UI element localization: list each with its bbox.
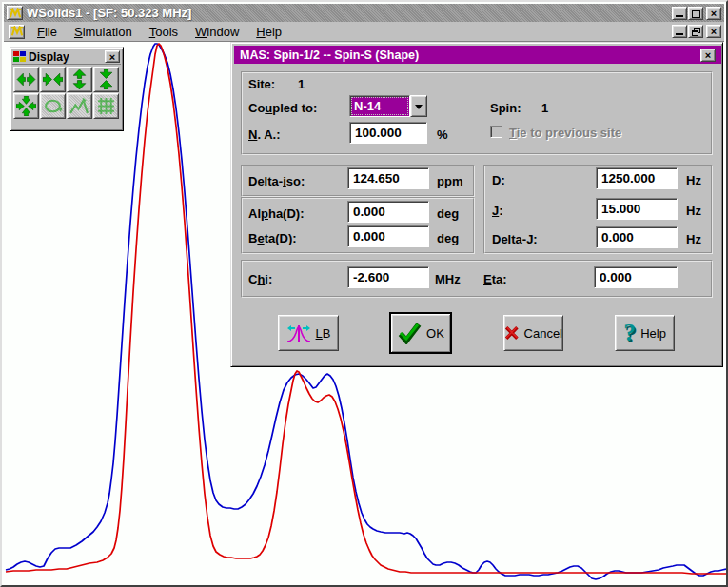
maximize-button[interactable] xyxy=(688,7,703,20)
delta-j-unit: Hz xyxy=(686,232,701,246)
checkmark-icon xyxy=(397,322,422,344)
mas-spin-dialog: MAS: Spin-1/2 -- Spin-S (Shape) × Site: … xyxy=(230,42,723,367)
close-icon: × xyxy=(109,51,115,63)
peak-tool-button[interactable] xyxy=(67,93,92,119)
dialog-titlebar[interactable]: MAS: Spin-1/2 -- Spin-S (Shape) × xyxy=(234,46,721,64)
maximize-icon xyxy=(692,10,700,18)
lb-lineshape-icon xyxy=(286,322,311,344)
ok-button[interactable]: OK xyxy=(389,312,452,354)
display-palette-title: Display xyxy=(29,50,105,64)
app-icon[interactable] xyxy=(7,6,23,20)
menu-tools[interactable]: Tools xyxy=(141,23,187,41)
spin-value: 1 xyxy=(541,101,548,115)
mdi-minimize-button[interactable] xyxy=(672,25,687,38)
wsolids-molecule-icon xyxy=(10,26,24,37)
peak-tool-icon xyxy=(69,96,89,116)
display-palette: Display × xyxy=(10,47,124,131)
display-palette-titlebar[interactable]: Display × xyxy=(12,49,121,65)
minimize-icon xyxy=(676,33,683,35)
lb-button[interactable]: LB xyxy=(278,315,339,351)
dialog-title: MAS: Spin-1/2 -- Spin-S (Shape) xyxy=(240,49,700,62)
loop-tool-button[interactable] xyxy=(40,93,66,119)
display-palette-buttons xyxy=(13,67,120,119)
cancel-button[interactable]: Cancel xyxy=(503,315,563,351)
chi-label: Chi: xyxy=(248,272,272,286)
wsolids-molecule-icon xyxy=(9,8,22,19)
display-palette-icon xyxy=(13,51,26,63)
chevron-down-icon xyxy=(415,105,423,113)
chi-input[interactable]: -2.600 xyxy=(347,266,429,288)
d-label: D: xyxy=(492,173,505,187)
red-x-icon xyxy=(504,323,520,343)
mdi-restore-button[interactable] xyxy=(688,25,703,38)
eta-label: Eta: xyxy=(483,272,507,286)
j-input[interactable]: 15.000 xyxy=(596,198,678,220)
expand-horizontal-button[interactable] xyxy=(13,67,39,92)
alpha-input[interactable]: 0.000 xyxy=(347,201,429,223)
alpha-label: Alpha(D): xyxy=(248,206,305,221)
expand-horizontal-icon xyxy=(16,69,36,89)
site-label: Site: xyxy=(248,77,275,91)
display-palette-close-button[interactable]: × xyxy=(105,50,120,63)
ok-button-label: OK xyxy=(426,326,444,341)
menu-bar: File Simulation Tools Window Help × xyxy=(4,22,724,42)
cancel-button-label: Cancel xyxy=(524,326,562,341)
delta-iso-label: Delta-iso: xyxy=(248,174,305,188)
delta-j-label: Delta-J: xyxy=(492,232,538,246)
menu-window[interactable]: Window xyxy=(187,23,247,41)
contract-vertical-icon xyxy=(96,69,116,89)
question-mark-icon: ? xyxy=(623,319,636,347)
menu-help[interactable]: Help xyxy=(247,23,290,41)
contract-horizontal-button[interactable] xyxy=(40,67,66,92)
combobox-dropdown-button[interactable] xyxy=(410,95,427,117)
grid-tool-button[interactable] xyxy=(93,93,119,119)
d-input[interactable]: 1250.000 xyxy=(596,167,678,189)
beta-unit: deg xyxy=(437,231,459,245)
minimize-button[interactable] xyxy=(672,7,687,20)
j-label: J: xyxy=(492,204,503,218)
spin-label: Spin: xyxy=(490,101,521,115)
coupled-to-combobox[interactable]: N-14 xyxy=(349,95,427,117)
contract-vertical-button[interactable] xyxy=(93,67,119,92)
wsolids-app-window: WSolids1 - [SF: 50.323 MHz] × File Simul… xyxy=(0,0,728,587)
tie-previous-site-label: Tie to previous site xyxy=(509,126,621,140)
delta-j-input[interactable]: 0.000 xyxy=(596,226,678,248)
close-icon: × xyxy=(705,49,711,61)
fit-to-window-icon xyxy=(16,96,36,116)
contract-horizontal-icon xyxy=(43,69,63,89)
beta-input[interactable]: 0.000 xyxy=(347,225,429,247)
close-icon: × xyxy=(711,26,717,37)
delta-iso-unit: ppm xyxy=(437,174,462,188)
loop-tool-icon xyxy=(43,96,63,116)
coupled-to-label: Coupled to: xyxy=(248,101,317,115)
na-input[interactable]: 100.000 xyxy=(349,122,427,144)
j-unit: Hz xyxy=(686,204,701,218)
alpha-unit: deg xyxy=(437,206,459,221)
expand-vertical-button[interactable] xyxy=(67,67,92,92)
delta-iso-input[interactable]: 124.650 xyxy=(347,167,429,189)
lb-button-label: LB xyxy=(316,326,331,341)
window-title: WSolids1 - [SF: 50.323 MHz] xyxy=(27,6,672,20)
mdi-close-button[interactable]: × xyxy=(706,25,721,38)
close-button[interactable]: × xyxy=(706,7,721,20)
na-label: N. A.: xyxy=(248,127,280,142)
site-value: 1 xyxy=(298,77,305,91)
document-icon-button[interactable] xyxy=(9,25,25,39)
beta-label: Beta(D): xyxy=(248,231,297,245)
expand-vertical-icon xyxy=(69,69,89,89)
help-button[interactable]: ? Help xyxy=(615,315,675,351)
title-bar[interactable]: WSolids1 - [SF: 50.323 MHz] × xyxy=(4,4,724,22)
menu-simulation[interactable]: Simulation xyxy=(66,23,141,41)
eta-input[interactable]: 0.000 xyxy=(594,266,678,288)
coupled-to-selected-value: N-14 xyxy=(349,95,410,117)
na-unit: % xyxy=(437,127,448,142)
fit-to-window-button[interactable] xyxy=(13,93,39,119)
menu-file[interactable]: File xyxy=(29,23,66,41)
grid-tool-icon xyxy=(96,96,116,116)
d-unit: Hz xyxy=(686,173,701,187)
chi-unit: MHz xyxy=(435,272,461,286)
minimize-icon xyxy=(676,15,683,17)
dialog-close-button[interactable]: × xyxy=(700,49,716,62)
tie-previous-site-checkbox[interactable] xyxy=(490,126,502,138)
help-button-label: Help xyxy=(640,326,666,341)
